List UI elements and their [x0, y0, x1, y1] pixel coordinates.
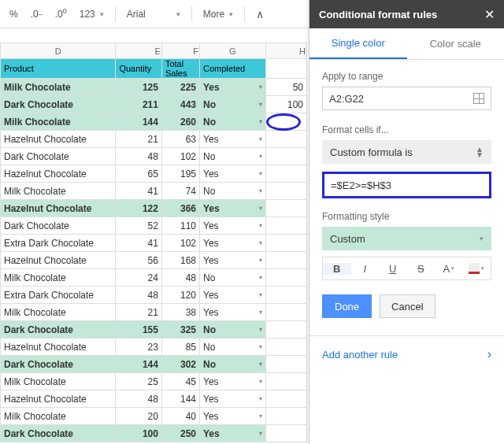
cell-total-sales[interactable]: 102 — [161, 235, 199, 252]
cell-completed[interactable]: Yes▾ — [200, 390, 266, 408]
table-row[interactable]: Dark Chocolate100250Yes▾ — [1, 425, 307, 442]
cell-h[interactable] — [265, 269, 306, 287]
table-row[interactable]: Milk Chocolate2040Yes▾ — [1, 408, 307, 425]
cell-total-sales[interactable]: 144 — [161, 390, 199, 408]
cell-quantity[interactable]: 144 — [116, 113, 162, 131]
cell-quantity[interactable]: 21 — [116, 131, 162, 148]
cell-h[interactable] — [265, 356, 306, 373]
dropdown-icon[interactable]: ▾ — [259, 101, 262, 108]
cell-quantity[interactable]: 144 — [116, 356, 162, 373]
col-header[interactable]: E — [116, 43, 162, 59]
dropdown-icon[interactable]: ▾ — [259, 135, 262, 142]
cell-product[interactable]: Extra Dark Chocolate — [1, 235, 116, 252]
cell-h[interactable] — [265, 304, 306, 321]
cell-total-sales[interactable]: 40 — [161, 408, 199, 425]
table-row[interactable]: Hazelnut Chocolate2163Yes▾ — [1, 131, 307, 148]
cell-completed[interactable]: Yes▾ — [200, 235, 266, 252]
cell-product[interactable]: Milk Chocolate — [1, 113, 116, 131]
cell-total-sales[interactable]: 74 — [161, 183, 199, 200]
table-row[interactable]: Hazelnut Chocolate65195Yes▾ — [1, 165, 307, 183]
cell-h[interactable] — [265, 131, 306, 148]
col-header[interactable]: G — [200, 43, 266, 59]
cell-h[interactable]: 100 — [265, 96, 306, 113]
table-row[interactable]: Hazelnut Chocolate48144Yes▾ — [1, 390, 307, 408]
cell-product[interactable]: Extra Dark Chocolate — [1, 287, 116, 304]
style-select[interactable]: Custom ▾ — [322, 227, 491, 250]
cell-product[interactable]: Milk Chocolate — [1, 183, 116, 200]
cell-product[interactable]: Hazelnut Chocolate — [1, 165, 116, 183]
cell-quantity[interactable]: 20 — [116, 408, 162, 425]
col-header[interactable]: H — [265, 43, 306, 59]
table-row[interactable]: Milk Chocolate2448No▾ — [1, 269, 307, 287]
cell-product[interactable]: Milk Chocolate — [1, 304, 116, 321]
cell-quantity[interactable]: 48 — [116, 287, 162, 304]
cell-completed[interactable]: Yes▾ — [200, 131, 266, 148]
header-quantity[interactable]: Quantity — [116, 59, 162, 79]
table-row[interactable]: Hazelnut Chocolate2385No▾ — [1, 339, 307, 356]
text-color-button[interactable]: A▾ — [435, 263, 463, 275]
format-number-menu[interactable]: 123▾ — [75, 3, 109, 25]
cell-h[interactable] — [265, 235, 306, 252]
add-rule-button[interactable]: Add another rule › — [309, 335, 504, 372]
cell-completed[interactable]: Yes▾ — [200, 373, 266, 390]
cell-quantity[interactable]: 23 — [116, 339, 162, 356]
cell-quantity[interactable]: 56 — [116, 252, 162, 269]
cell-product[interactable]: Dark Chocolate — [1, 96, 116, 113]
cell-completed[interactable]: Yes▾ — [200, 408, 266, 425]
dropdown-icon[interactable]: ▾ — [259, 257, 262, 264]
cell-product[interactable]: Dark Chocolate — [1, 321, 116, 339]
cell-h[interactable] — [265, 200, 306, 217]
cell-total-sales[interactable]: 102 — [161, 148, 199, 165]
dropdown-icon[interactable]: ▾ — [259, 326, 262, 333]
dropdown-icon[interactable]: ▾ — [259, 378, 262, 385]
col-header[interactable]: D — [1, 43, 116, 59]
cell-completed[interactable]: Yes▾ — [200, 165, 266, 183]
cell-h[interactable] — [265, 252, 306, 269]
dropdown-icon[interactable]: ▾ — [259, 309, 262, 316]
formula-input[interactable]: =$E2>=$H$3 — [322, 172, 491, 198]
decrease-decimal[interactable]: .0_ — [26, 3, 47, 25]
cell-product[interactable]: Milk Chocolate — [1, 269, 116, 287]
table-row[interactable]: Dark Chocolate155325No▾ — [1, 321, 307, 339]
header-product[interactable]: Product — [1, 59, 116, 79]
cell-total-sales[interactable]: 120 — [161, 287, 199, 304]
header-empty[interactable] — [265, 59, 306, 79]
cell-total-sales[interactable]: 85 — [161, 339, 199, 356]
dropdown-icon[interactable]: ▾ — [259, 118, 262, 125]
cell-quantity[interactable]: 122 — [116, 200, 162, 217]
cell-completed[interactable]: No▾ — [200, 356, 266, 373]
cell-h[interactable] — [265, 217, 306, 235]
cell-quantity[interactable]: 52 — [116, 217, 162, 235]
format-percent[interactable]: % — [5, 3, 23, 25]
cell-quantity[interactable]: 25 — [116, 373, 162, 390]
cell-quantity[interactable]: 48 — [116, 148, 162, 165]
table-row[interactable]: Hazelnut Chocolate122366Yes▾ — [1, 200, 307, 217]
cell-h[interactable] — [265, 287, 306, 304]
tab-single-color[interactable]: Single color — [309, 28, 407, 59]
strikethrough-button[interactable]: S — [407, 263, 435, 275]
cell-quantity[interactable]: 100 — [116, 425, 162, 442]
table-row[interactable]: Dark Chocolate211443No▾100 — [1, 96, 307, 113]
cell-product[interactable]: Dark Chocolate — [1, 356, 116, 373]
cell-quantity[interactable]: 21 — [116, 304, 162, 321]
cell-total-sales[interactable]: 325 — [161, 321, 199, 339]
grid-icon[interactable] — [473, 93, 484, 104]
fill-color-button[interactable]: ▾ — [463, 263, 491, 274]
cell-total-sales[interactable]: 195 — [161, 165, 199, 183]
cell-total-sales[interactable]: 38 — [161, 304, 199, 321]
done-button[interactable]: Done — [322, 294, 372, 318]
table-row[interactable]: Milk Chocolate144260No▾ — [1, 113, 307, 131]
cell-completed[interactable]: No▾ — [200, 148, 266, 165]
dropdown-icon[interactable]: ▾ — [259, 343, 262, 350]
cell-quantity[interactable]: 41 — [116, 235, 162, 252]
tab-color-scale[interactable]: Color scale — [407, 28, 505, 59]
cell-h[interactable] — [265, 113, 306, 131]
more-menu[interactable]: More▾ — [198, 3, 238, 25]
cell-total-sales[interactable]: 302 — [161, 356, 199, 373]
cell-product[interactable]: Hazelnut Chocolate — [1, 252, 116, 269]
bold-button[interactable]: B — [323, 263, 351, 275]
cell-completed[interactable]: No▾ — [200, 96, 266, 113]
table-row[interactable]: Milk Chocolate2545Yes▾ — [1, 373, 307, 390]
table-row[interactable]: Extra Dark Chocolate41102Yes▾ — [1, 235, 307, 252]
cell-total-sales[interactable]: 366 — [161, 200, 199, 217]
